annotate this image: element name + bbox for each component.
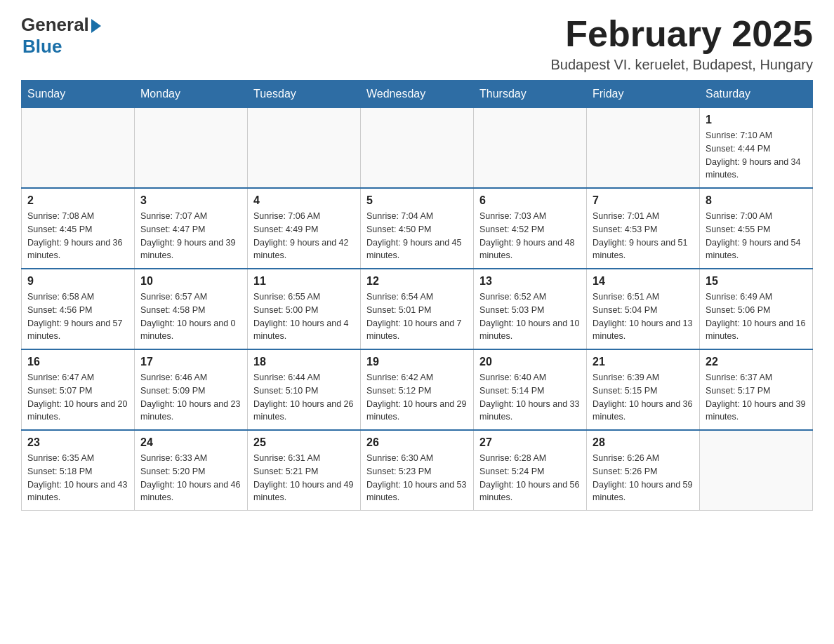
- calendar-day-cell: [361, 108, 474, 189]
- day-info: Sunrise: 6:51 AMSunset: 5:04 PMDaylight:…: [593, 290, 694, 343]
- day-info: Sunrise: 6:58 AMSunset: 4:56 PMDaylight:…: [27, 290, 128, 343]
- day-number: 28: [593, 436, 694, 449]
- calendar-day-cell: 20Sunrise: 6:40 AMSunset: 5:14 PMDayligh…: [474, 349, 587, 430]
- calendar-day-cell: 5Sunrise: 7:04 AMSunset: 4:50 PMDaylight…: [361, 188, 474, 269]
- calendar-day-cell: 9Sunrise: 6:58 AMSunset: 4:56 PMDaylight…: [22, 269, 135, 349]
- calendar-day-cell: [587, 108, 700, 189]
- calendar-header-row: SundayMondayTuesdayWednesdayThursdayFrid…: [22, 81, 813, 108]
- calendar-day-header: Monday: [135, 81, 248, 108]
- day-number: 26: [366, 436, 468, 449]
- calendar-week-row: 23Sunrise: 6:35 AMSunset: 5:18 PMDayligh…: [22, 430, 813, 511]
- calendar-day-header: Saturday: [700, 81, 813, 108]
- calendar-day-cell: 13Sunrise: 6:52 AMSunset: 5:03 PMDayligh…: [474, 269, 587, 349]
- day-info: Sunrise: 7:01 AMSunset: 4:53 PMDaylight:…: [593, 210, 694, 262]
- calendar-day-header: Friday: [587, 81, 700, 108]
- day-info: Sunrise: 6:33 AMSunset: 5:20 PMDaylight:…: [140, 452, 241, 504]
- day-number: 23: [27, 436, 128, 449]
- day-info: Sunrise: 6:39 AMSunset: 5:15 PMDaylight:…: [593, 371, 694, 424]
- logo-blue-text: Blue: [22, 36, 62, 58]
- day-info: Sunrise: 6:57 AMSunset: 4:58 PMDaylight:…: [140, 290, 241, 343]
- calendar-day-cell: 12Sunrise: 6:54 AMSunset: 5:01 PMDayligh…: [361, 269, 474, 349]
- day-info: Sunrise: 6:52 AMSunset: 5:03 PMDaylight:…: [479, 290, 581, 343]
- calendar-day-cell: 8Sunrise: 7:00 AMSunset: 4:55 PMDaylight…: [700, 188, 813, 269]
- calendar-day-cell: 6Sunrise: 7:03 AMSunset: 4:52 PMDaylight…: [474, 188, 587, 269]
- calendar-day-header: Thursday: [474, 81, 587, 108]
- calendar-day-cell: 17Sunrise: 6:46 AMSunset: 5:09 PMDayligh…: [135, 349, 248, 430]
- logo: General Blue: [21, 14, 101, 58]
- day-info: Sunrise: 7:06 AMSunset: 4:49 PMDaylight:…: [253, 210, 355, 262]
- day-info: Sunrise: 7:08 AMSunset: 4:45 PMDaylight:…: [27, 210, 128, 262]
- day-number: 22: [706, 356, 807, 368]
- day-number: 1: [706, 114, 807, 126]
- day-number: 5: [366, 194, 468, 207]
- calendar-day-cell: 2Sunrise: 7:08 AMSunset: 4:45 PMDaylight…: [22, 188, 135, 269]
- day-info: Sunrise: 7:10 AMSunset: 4:44 PMDaylight:…: [706, 129, 807, 182]
- day-number: 24: [140, 436, 241, 449]
- calendar-day-header: Wednesday: [361, 81, 474, 108]
- calendar-day-cell: [135, 108, 248, 189]
- calendar-day-cell: 3Sunrise: 7:07 AMSunset: 4:47 PMDaylight…: [135, 188, 248, 269]
- calendar-week-row: 9Sunrise: 6:58 AMSunset: 4:56 PMDaylight…: [22, 269, 813, 349]
- logo-general-text: General: [21, 14, 89, 36]
- day-info: Sunrise: 7:03 AMSunset: 4:52 PMDaylight:…: [479, 210, 581, 262]
- calendar-day-cell: 4Sunrise: 7:06 AMSunset: 4:49 PMDaylight…: [248, 188, 361, 269]
- day-number: 3: [140, 194, 241, 207]
- location-text: Budapest VI. keruelet, Budapest, Hungary: [550, 57, 813, 73]
- calendar-day-cell: 27Sunrise: 6:28 AMSunset: 5:24 PMDayligh…: [474, 430, 587, 511]
- day-number: 27: [479, 436, 581, 449]
- day-number: 11: [253, 275, 355, 288]
- day-info: Sunrise: 6:47 AMSunset: 5:07 PMDaylight:…: [27, 371, 128, 424]
- day-number: 4: [253, 194, 355, 207]
- day-number: 7: [593, 194, 694, 207]
- day-info: Sunrise: 6:37 AMSunset: 5:17 PMDaylight:…: [706, 371, 807, 424]
- calendar-day-cell: 23Sunrise: 6:35 AMSunset: 5:18 PMDayligh…: [22, 430, 135, 511]
- day-number: 21: [593, 356, 694, 368]
- day-info: Sunrise: 6:42 AMSunset: 5:12 PMDaylight:…: [366, 371, 468, 424]
- calendar-day-cell: 22Sunrise: 6:37 AMSunset: 5:17 PMDayligh…: [700, 349, 813, 430]
- day-number: 19: [366, 356, 468, 368]
- day-number: 12: [366, 275, 468, 288]
- calendar-day-header: Sunday: [22, 81, 135, 108]
- calendar-day-cell: 28Sunrise: 6:26 AMSunset: 5:26 PMDayligh…: [587, 430, 700, 511]
- day-info: Sunrise: 6:30 AMSunset: 5:23 PMDaylight:…: [366, 452, 468, 504]
- day-number: 18: [253, 356, 355, 368]
- day-info: Sunrise: 6:46 AMSunset: 5:09 PMDaylight:…: [140, 371, 241, 424]
- title-section: February 2025 Budapest VI. keruelet, Bud…: [550, 14, 813, 73]
- calendar-table: SundayMondayTuesdayWednesdayThursdayFrid…: [21, 80, 813, 511]
- day-info: Sunrise: 6:44 AMSunset: 5:10 PMDaylight:…: [253, 371, 355, 424]
- day-info: Sunrise: 6:54 AMSunset: 5:01 PMDaylight:…: [366, 290, 468, 343]
- calendar-day-cell: [22, 108, 135, 189]
- day-info: Sunrise: 6:31 AMSunset: 5:21 PMDaylight:…: [253, 452, 355, 504]
- logo-arrow-icon: [91, 19, 101, 33]
- day-number: 8: [706, 194, 807, 207]
- calendar-day-cell: 11Sunrise: 6:55 AMSunset: 5:00 PMDayligh…: [248, 269, 361, 349]
- day-number: 13: [479, 275, 581, 288]
- day-number: 10: [140, 275, 241, 288]
- day-number: 16: [27, 356, 128, 368]
- calendar-day-cell: 19Sunrise: 6:42 AMSunset: 5:12 PMDayligh…: [361, 349, 474, 430]
- calendar-day-cell: 18Sunrise: 6:44 AMSunset: 5:10 PMDayligh…: [248, 349, 361, 430]
- day-info: Sunrise: 6:40 AMSunset: 5:14 PMDaylight:…: [479, 371, 581, 424]
- month-title: February 2025: [550, 14, 813, 54]
- calendar-day-cell: 15Sunrise: 6:49 AMSunset: 5:06 PMDayligh…: [700, 269, 813, 349]
- calendar-day-cell: [248, 108, 361, 189]
- calendar-day-cell: 24Sunrise: 6:33 AMSunset: 5:20 PMDayligh…: [135, 430, 248, 511]
- calendar-day-cell: 16Sunrise: 6:47 AMSunset: 5:07 PMDayligh…: [22, 349, 135, 430]
- calendar-day-cell: 25Sunrise: 6:31 AMSunset: 5:21 PMDayligh…: [248, 430, 361, 511]
- calendar-day-cell: 1Sunrise: 7:10 AMSunset: 4:44 PMDaylight…: [700, 108, 813, 189]
- day-number: 6: [479, 194, 581, 207]
- day-number: 17: [140, 356, 241, 368]
- day-info: Sunrise: 7:04 AMSunset: 4:50 PMDaylight:…: [366, 210, 468, 262]
- calendar-week-row: 1Sunrise: 7:10 AMSunset: 4:44 PMDaylight…: [22, 108, 813, 189]
- calendar-day-cell: 7Sunrise: 7:01 AMSunset: 4:53 PMDaylight…: [587, 188, 700, 269]
- calendar-day-cell: 10Sunrise: 6:57 AMSunset: 4:58 PMDayligh…: [135, 269, 248, 349]
- calendar-day-cell: 26Sunrise: 6:30 AMSunset: 5:23 PMDayligh…: [361, 430, 474, 511]
- day-info: Sunrise: 6:49 AMSunset: 5:06 PMDaylight:…: [706, 290, 807, 343]
- day-number: 15: [706, 275, 807, 288]
- calendar-day-cell: [474, 108, 587, 189]
- calendar-day-cell: 21Sunrise: 6:39 AMSunset: 5:15 PMDayligh…: [587, 349, 700, 430]
- page-header: General Blue February 2025 Budapest VI. …: [21, 14, 813, 73]
- day-info: Sunrise: 6:55 AMSunset: 5:00 PMDaylight:…: [253, 290, 355, 343]
- calendar-week-row: 2Sunrise: 7:08 AMSunset: 4:45 PMDaylight…: [22, 188, 813, 269]
- day-info: Sunrise: 6:28 AMSunset: 5:24 PMDaylight:…: [479, 452, 581, 504]
